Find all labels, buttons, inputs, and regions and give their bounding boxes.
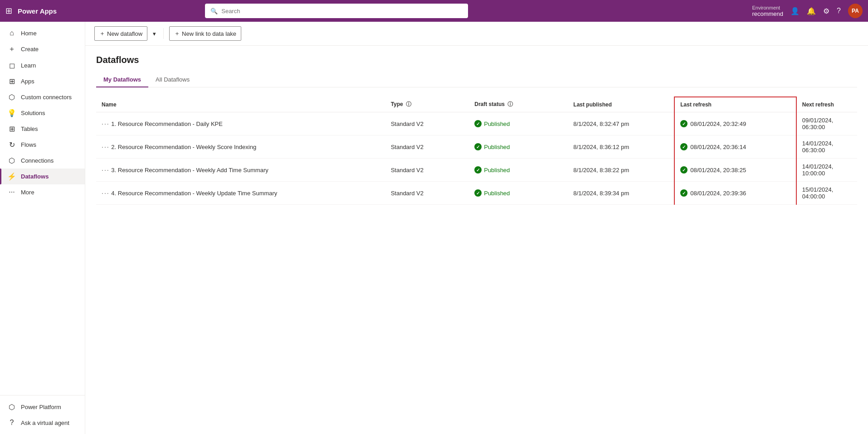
app-logo: Power Apps — [18, 7, 57, 15]
new-link-label: New link to data lake — [182, 30, 236, 37]
ask-agent-icon: ? — [7, 419, 16, 427]
row-more-button[interactable]: ··· — [102, 143, 110, 150]
settings-icon[interactable]: ⚙ — [823, 7, 829, 15]
notification-icon[interactable]: 🔔 — [807, 7, 816, 15]
th-last-published: Last published — [568, 97, 674, 112]
dropdown-button[interactable]: ▾ — [151, 28, 158, 40]
environment-label: Environment — [752, 5, 783, 10]
new-link-button[interactable]: ＋ New link to data lake — [169, 26, 241, 41]
user-icon[interactable]: 👤 — [790, 7, 800, 15]
sidebar-item-solutions[interactable]: 💡 Solutions — [0, 105, 85, 121]
main-content: ＋ New dataflow ▾ ＋ New link to data lake… — [85, 22, 868, 434]
apps-icon: ⊞ — [7, 77, 16, 86]
app-body: ⌂ Home ＋ Create ◻ Learn ⊞ Apps ⬡ Custom … — [0, 22, 868, 434]
tab-all-dataflows[interactable]: All Dataflows — [148, 72, 197, 87]
cell-draft-status: ✓ Published — [469, 159, 568, 182]
new-dataflow-label: New dataflow — [107, 30, 142, 37]
grid-icon[interactable]: ⊞ — [5, 6, 12, 16]
table-row: ··· 2. Resource Recommendation - Weekly … — [96, 135, 857, 159]
refresh-status-icon: ✓ — [680, 189, 688, 197]
refresh-status-icon: ✓ — [680, 143, 688, 150]
sidebar: ⌂ Home ＋ Create ◻ Learn ⊞ Apps ⬡ Custom … — [0, 22, 85, 434]
sidebar-label-solutions: Solutions — [21, 110, 45, 116]
cell-next-refresh: 15/01/2024, 04:00:00 — [796, 182, 857, 205]
dataflows-icon: ⚡ — [7, 172, 16, 181]
status-icon: ✓ — [474, 189, 482, 197]
search-box[interactable]: 🔍 — [205, 4, 468, 18]
search-icon: 🔍 — [210, 8, 218, 14]
cell-name: ··· 1. Resource Recommendation - Daily K… — [96, 112, 385, 135]
last-refresh-value: ✓ 08/01/2024, 20:38:25 — [680, 166, 790, 174]
status-badge: ✓ Published — [474, 189, 510, 197]
last-refresh-value: ✓ 08/01/2024, 20:36:14 — [680, 143, 790, 150]
cell-draft-status: ✓ Published — [469, 135, 568, 159]
sidebar-label-flows: Flows — [21, 141, 36, 148]
sidebar-item-home[interactable]: ⌂ Home — [0, 25, 85, 41]
sidebar-item-more[interactable]: ··· More — [0, 184, 85, 200]
row-more-button[interactable]: ··· — [102, 166, 110, 174]
sidebar-label-create: Create — [21, 46, 39, 53]
new-dataflow-button[interactable]: ＋ New dataflow — [94, 26, 147, 41]
sidebar-label-tables: Tables — [21, 125, 38, 132]
help-icon[interactable]: ? — [837, 7, 841, 15]
sidebar-item-create[interactable]: ＋ Create — [0, 41, 85, 58]
th-type: Type ⓘ — [385, 97, 469, 112]
sidebar-item-flows[interactable]: ↻ Flows — [0, 137, 85, 153]
row-more-button[interactable]: ··· — [102, 120, 110, 127]
tab-my-dataflows[interactable]: My Dataflows — [96, 72, 148, 87]
toolbar: ＋ New dataflow ▾ ＋ New link to data lake — [85, 22, 868, 46]
connections-icon: ⬡ — [7, 156, 16, 165]
sidebar-item-learn[interactable]: ◻ Learn — [0, 58, 85, 73]
sidebar-item-ask-agent[interactable]: ? Ask a virtual agent — [0, 415, 85, 430]
environment-name: recommend — [752, 10, 783, 17]
sidebar-item-dataflows[interactable]: ⚡ Dataflows — [0, 169, 85, 184]
sidebar-label-home: Home — [21, 30, 37, 37]
sidebar-item-connections[interactable]: ⬡ Connections — [0, 153, 85, 169]
learn-icon: ◻ — [7, 61, 16, 70]
sidebar-item-custom-connectors[interactable]: ⬡ Custom connectors — [0, 89, 85, 105]
environment-info: Environment recommend — [752, 5, 783, 17]
sidebar-item-apps[interactable]: ⊞ Apps — [0, 73, 85, 89]
cell-draft-status: ✓ Published — [469, 112, 568, 135]
cell-next-refresh: 14/01/2024, 10:00:00 — [796, 159, 857, 182]
sidebar-label-apps: Apps — [21, 78, 34, 85]
cell-draft-status: ✓ Published — [469, 182, 568, 205]
sidebar-label-custom-connectors: Custom connectors — [21, 94, 72, 101]
cell-type: Standard V2 — [385, 159, 469, 182]
table-row: ··· 1. Resource Recommendation - Daily K… — [96, 112, 857, 135]
chevron-down-icon: ▾ — [153, 30, 156, 37]
tabs: My Dataflows All Dataflows — [96, 72, 857, 87]
sidebar-label-ask-agent: Ask a virtual agent — [21, 420, 69, 426]
th-name: Name — [96, 97, 385, 112]
type-info-icon: ⓘ — [406, 101, 411, 107]
refresh-status-icon: ✓ — [680, 120, 688, 127]
sidebar-label-dataflows: Dataflows — [21, 173, 49, 180]
last-refresh-value: ✓ 08/01/2024, 20:39:36 — [680, 189, 790, 197]
flows-icon: ↻ — [7, 140, 16, 149]
cell-last-refresh: ✓ 08/01/2024, 20:39:36 — [674, 182, 796, 205]
status-icon: ✓ — [474, 120, 482, 127]
home-icon: ⌂ — [7, 29, 16, 37]
row-more-button[interactable]: ··· — [102, 189, 110, 197]
sidebar-label-more: More — [21, 189, 34, 196]
topnav: ⊞ Power Apps 🔍 Environment recommend 👤 🔔… — [0, 0, 868, 22]
avatar[interactable]: PA — [848, 4, 863, 18]
page: Dataflows My Dataflows All Dataflows Nam… — [85, 46, 868, 214]
th-draft-status: Draft status ⓘ — [469, 97, 568, 112]
status-icon: ✓ — [474, 166, 482, 174]
sidebar-item-power-platform[interactable]: ⬡ Power Platform — [0, 399, 85, 415]
search-input[interactable] — [221, 8, 463, 14]
sidebar-label-connections: Connections — [21, 157, 54, 164]
plus-icon: ＋ — [99, 29, 105, 38]
cell-next-refresh: 09/01/2024, 06:30:00 — [796, 112, 857, 135]
topnav-right: Environment recommend 👤 🔔 ⚙ ? PA — [752, 4, 863, 18]
sidebar-item-tables[interactable]: ⊞ Tables — [0, 121, 85, 137]
dataflows-table: Name Type ⓘ Draft status ⓘ Last publishe… — [96, 96, 857, 205]
status-badge: ✓ Published — [474, 143, 510, 150]
cell-last-published: 8/1/2024, 8:39:34 pm — [568, 182, 674, 205]
cell-type: Standard V2 — [385, 182, 469, 205]
cell-last-published: 8/1/2024, 8:38:22 pm — [568, 159, 674, 182]
cell-last-published: 8/1/2024, 8:36:12 pm — [568, 135, 674, 159]
power-platform-icon: ⬡ — [7, 403, 16, 411]
table-row: ··· 3. Resource Recommendation - Weekly … — [96, 159, 857, 182]
